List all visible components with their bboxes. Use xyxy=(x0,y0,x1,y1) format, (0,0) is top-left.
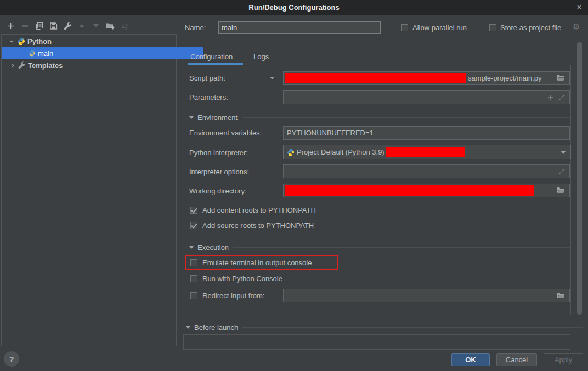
folder-icon[interactable] xyxy=(556,187,565,194)
environment-variables-value: PYTHONUNBUFFERED=1 xyxy=(285,129,374,137)
tree-item-label: Python xyxy=(27,37,52,45)
gear-icon[interactable]: ⚙ xyxy=(573,22,580,31)
add-source-roots-label: Add source roots to PYTHONPATH xyxy=(202,221,314,230)
sort-az-icon: az xyxy=(121,22,129,30)
close-icon[interactable]: × xyxy=(573,0,586,15)
copy-icon xyxy=(35,22,43,30)
emulate-terminal-checkbox[interactable] xyxy=(190,259,197,266)
redirect-input-checkbox[interactable] xyxy=(190,292,197,299)
environment-variables-field[interactable]: PYTHONUNBUFFERED=1 xyxy=(283,126,570,140)
title-bar: Run/Debug Configurations × xyxy=(0,0,588,15)
minus-icon xyxy=(21,22,29,30)
emulate-terminal-label: Emulate terminal in output console xyxy=(202,259,312,267)
triangle-down-icon xyxy=(93,24,99,27)
run-with-python-console-checkbox[interactable] xyxy=(190,275,197,282)
section-title: Before launch xyxy=(194,323,238,332)
new-folder-button[interactable] xyxy=(106,21,115,30)
plus-icon xyxy=(7,22,15,30)
add-content-roots-checkbox[interactable] xyxy=(190,207,197,214)
wrench-icon xyxy=(64,22,72,30)
working-directory-label: Working directory: xyxy=(189,187,247,196)
wrench-icon xyxy=(18,61,26,69)
execution-section-header[interactable]: Execution xyxy=(189,243,570,252)
tab-logs[interactable]: Logs xyxy=(253,53,269,61)
interpreter-options-field[interactable] xyxy=(283,164,570,178)
expand-icon[interactable] xyxy=(558,168,565,175)
apply-button[interactable]: Apply xyxy=(544,353,583,366)
name-input[interactable] xyxy=(218,21,381,34)
python-interpreter-dropdown[interactable]: Project Default (Python 3.9) xyxy=(283,145,571,159)
ok-button[interactable]: OK xyxy=(451,353,490,366)
allow-parallel-run-label: Allow parallel run xyxy=(412,24,467,32)
vertical-scrollbar-thumb[interactable] xyxy=(577,42,582,315)
add-source-roots-checkbox[interactable] xyxy=(190,222,197,229)
cancel-button[interactable]: Cancel xyxy=(496,353,537,366)
configurations-tree: Python main Templates xyxy=(1,34,177,346)
folder-icon[interactable] xyxy=(556,292,565,299)
save-configuration-button[interactable] xyxy=(49,21,58,30)
move-up-button[interactable] xyxy=(77,21,86,30)
collapse-triangle-icon[interactable] xyxy=(189,246,194,249)
folder-plus-icon xyxy=(106,22,115,30)
collapse-triangle-icon[interactable] xyxy=(189,116,194,119)
remove-configuration-button[interactable] xyxy=(20,21,29,30)
section-divider xyxy=(233,247,570,248)
browse-variables-icon[interactable] xyxy=(558,129,565,137)
environment-variables-label: Environment variables: xyxy=(189,129,262,138)
folder-icon[interactable] xyxy=(556,75,565,82)
sort-configurations-button[interactable]: az xyxy=(120,21,129,30)
python-logo-icon xyxy=(29,50,36,57)
parameters-field[interactable] xyxy=(283,90,570,104)
python-logo-icon xyxy=(287,149,295,156)
redirect-input-field[interactable] xyxy=(283,289,570,302)
before-launch-section-header[interactable]: Before launch xyxy=(186,323,583,332)
run-debug-configurations-dialog: Run/Debug Configurations × xyxy=(0,0,588,371)
section-title: Execution xyxy=(197,243,229,252)
script-path-dropdown-icon[interactable] xyxy=(270,77,274,79)
chevron-right-icon[interactable] xyxy=(10,63,15,68)
working-directory-field[interactable] xyxy=(283,184,570,197)
svg-text:a: a xyxy=(125,22,127,26)
expand-icon[interactable] xyxy=(558,94,565,101)
python-interpreter-label: Python interpreter: xyxy=(189,149,248,157)
section-divider xyxy=(242,327,583,328)
environment-section-header[interactable]: Environment xyxy=(189,113,570,122)
run-with-python-console-label: Run with Python Console xyxy=(202,275,282,283)
move-down-button[interactable] xyxy=(92,21,100,30)
tree-item-label: main xyxy=(38,49,53,58)
python-logo-icon xyxy=(17,37,25,45)
save-icon xyxy=(49,22,58,30)
section-title: Environment xyxy=(197,113,238,122)
collapse-triangle-icon[interactable] xyxy=(186,326,190,329)
script-path-label: Script path: xyxy=(189,74,225,83)
store-as-project-file-checkbox[interactable] xyxy=(489,24,496,31)
tree-item-main-selected[interactable]: main xyxy=(2,47,203,59)
redaction-block xyxy=(285,73,466,83)
section-divider xyxy=(242,117,570,118)
redirect-input-label: Redirect input from: xyxy=(202,292,264,300)
tab-configuration[interactable]: Configuration xyxy=(190,53,233,61)
add-configuration-button[interactable] xyxy=(6,21,15,30)
store-as-project-file-label: Store as project file xyxy=(500,24,561,32)
chevron-down-icon[interactable] xyxy=(561,151,566,154)
before-launch-panel xyxy=(183,334,570,350)
python-interpreter-value: Project Default (Python 3.9) xyxy=(295,148,385,156)
svg-text:z: z xyxy=(125,26,127,30)
allow-parallel-run-checkbox[interactable] xyxy=(401,24,408,31)
script-path-field[interactable]: sample-project/main.py xyxy=(283,71,570,85)
help-button[interactable]: ? xyxy=(4,351,19,367)
chevron-down-icon[interactable] xyxy=(9,39,14,44)
edit-templates-button[interactable] xyxy=(63,21,72,30)
add-icon[interactable] xyxy=(547,94,554,101)
script-path-value: sample-project/main.py xyxy=(466,74,541,82)
configurations-toolbar: az xyxy=(6,21,129,31)
copy-configuration-button[interactable] xyxy=(35,21,43,30)
tree-item-label: Templates xyxy=(28,61,63,70)
redaction-block xyxy=(285,185,534,196)
tree-item-python[interactable]: Python xyxy=(2,35,183,47)
tree-item-templates[interactable]: Templates xyxy=(2,59,184,71)
dialog-title: Run/Debug Configurations xyxy=(0,0,588,15)
interpreter-options-label: Interpreter options: xyxy=(189,168,249,176)
add-content-roots-label: Add content roots to PYTHONPATH xyxy=(202,206,316,215)
parameters-label: Parameters: xyxy=(189,93,228,102)
